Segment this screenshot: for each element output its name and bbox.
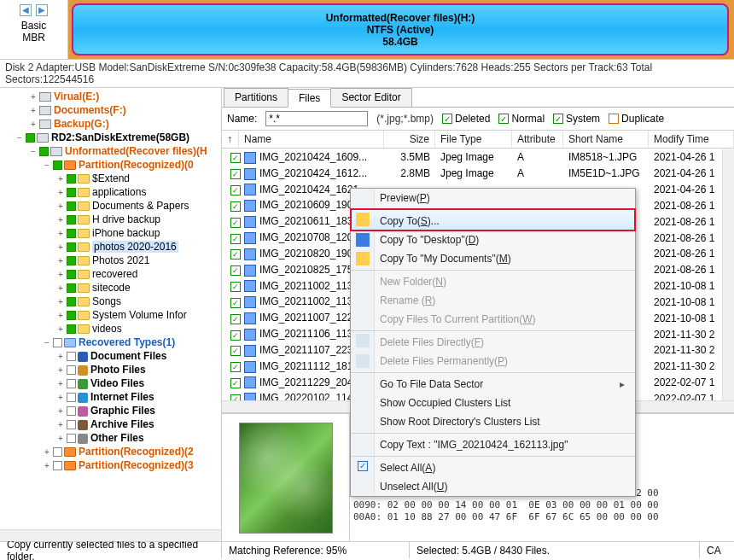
expand-icon[interactable]: + xyxy=(56,352,65,361)
expand-icon[interactable]: + xyxy=(56,393,65,402)
col-attribute[interactable]: Attribute xyxy=(512,131,563,148)
tree-item[interactable]: +System Volume Infor xyxy=(0,308,221,322)
checkbox-icon[interactable] xyxy=(67,201,76,211)
filter-name-input[interactable] xyxy=(265,111,368,126)
col-modify-time[interactable]: Modify Time xyxy=(649,131,734,148)
filter-normal[interactable]: ✓Normal xyxy=(498,113,545,125)
checkbox-icon[interactable] xyxy=(67,174,76,184)
volume-bar[interactable]: Unformatted(Recover files)(H:) NTFS (Act… xyxy=(72,3,729,55)
expand-icon[interactable]: + xyxy=(56,379,65,388)
checkbox-icon[interactable] xyxy=(53,160,62,170)
expand-icon[interactable]: + xyxy=(56,365,65,375)
checkbox-icon[interactable] xyxy=(67,215,76,225)
tree-item[interactable]: −Recovered Types(1) xyxy=(0,335,221,349)
ctx-show-occupied-clusters[interactable]: Show Occupied Clusters List xyxy=(351,394,635,412)
expand-icon[interactable]: + xyxy=(29,92,38,102)
ctx-unselect-all[interactable]: Unselect All(U) xyxy=(351,477,635,496)
tree-item[interactable]: +Video Files xyxy=(0,376,221,390)
expand-icon[interactable]: + xyxy=(56,297,65,306)
tree-hscrollbar[interactable] xyxy=(0,529,221,541)
ctx-go-file-data-sector[interactable]: Go To File Data Sector▸ xyxy=(351,372,635,394)
checkbox-icon[interactable] xyxy=(39,147,49,156)
tree-item[interactable]: +photos 2020-2016 xyxy=(0,240,221,254)
tree-item[interactable]: +Songs xyxy=(0,295,221,308)
tree-item[interactable]: +Archive Files xyxy=(0,417,221,431)
expand-icon[interactable]: + xyxy=(43,447,51,457)
tree-item[interactable]: +Internet Files xyxy=(0,390,221,404)
expand-icon[interactable]: + xyxy=(56,406,65,416)
tree-item[interactable]: +recovered xyxy=(0,267,221,281)
expand-icon[interactable]: + xyxy=(56,270,65,279)
tree-item[interactable]: −RD2:SanDiskExtreme(58GB) xyxy=(0,131,221,144)
expand-icon[interactable]: + xyxy=(56,256,65,265)
expand-icon[interactable]: + xyxy=(29,120,38,129)
checkbox-icon[interactable] xyxy=(67,365,76,375)
tree-item[interactable]: +H drive backup xyxy=(0,213,221,226)
col-short-name[interactable]: Short Name xyxy=(563,131,649,148)
nav-forward-icon[interactable]: ▶ xyxy=(36,4,48,16)
col-type[interactable]: File Type xyxy=(435,131,512,148)
tab-sector-editor[interactable]: Sector Editor xyxy=(330,88,411,107)
expand-icon[interactable]: + xyxy=(56,188,65,197)
checkbox-icon[interactable] xyxy=(67,270,76,279)
checkbox-icon[interactable] xyxy=(67,229,76,238)
checkbox-icon[interactable] xyxy=(67,283,76,293)
ctx-preview[interactable]: Preview(P) xyxy=(351,189,635,207)
ctx-show-root-clusters[interactable]: Show Root Directory's Clusters List xyxy=(351,412,635,431)
tree-item[interactable]: −Unformatted(Recover files)(H xyxy=(0,144,221,158)
col-name[interactable]: Name xyxy=(239,131,384,148)
tree-item[interactable]: +Photos 2021 xyxy=(0,254,221,267)
checkbox-icon[interactable] xyxy=(67,352,76,361)
expand-icon[interactable]: − xyxy=(43,160,51,170)
checkbox-icon[interactable] xyxy=(67,188,76,197)
ctx-copy-text[interactable]: Copy Text : "IMG_20210424_162113.jpg" xyxy=(351,433,635,454)
tree-item[interactable]: +Documents & Papers xyxy=(0,199,221,213)
tree-item[interactable]: +Documents(F:) xyxy=(0,103,221,117)
table-row[interactable]: ✓IMG_20210424_1609...3.5MBJpeg ImageAIM8… xyxy=(222,149,734,166)
tree-item[interactable]: +Virual(E:) xyxy=(0,90,221,103)
checkbox-icon[interactable] xyxy=(67,311,76,320)
checkbox-icon[interactable] xyxy=(53,447,62,457)
expand-icon[interactable]: − xyxy=(29,147,38,156)
expand-icon[interactable]: + xyxy=(56,420,65,429)
tab-partitions[interactable]: Partitions xyxy=(224,88,288,107)
tree-item[interactable]: +Partition(Recognized)(2 xyxy=(0,445,221,458)
tree-item[interactable]: +applications xyxy=(0,185,221,199)
tree-item[interactable]: +Document Files xyxy=(0,349,221,363)
ctx-select-all[interactable]: ✓Select All(A) xyxy=(351,456,635,477)
checkbox-icon[interactable] xyxy=(67,406,76,416)
tree-item[interactable]: +Partition(Recognized)(3 xyxy=(0,458,221,472)
expand-icon[interactable]: + xyxy=(56,283,65,293)
expand-icon[interactable]: + xyxy=(43,461,51,470)
expand-icon[interactable]: − xyxy=(43,338,51,347)
tab-files[interactable]: Files xyxy=(288,89,331,108)
checkbox-icon[interactable] xyxy=(67,256,76,265)
filter-duplicate[interactable]: Duplicate xyxy=(609,113,664,125)
tree-item[interactable]: +iPhone backup xyxy=(0,226,221,240)
checkbox-icon[interactable] xyxy=(67,379,76,388)
tree-item[interactable]: +Other Files xyxy=(0,431,221,445)
tree-item[interactable]: +Photo Files xyxy=(0,363,221,376)
expand-icon[interactable]: − xyxy=(15,133,24,143)
expand-icon[interactable]: + xyxy=(56,229,65,238)
grid-vscrollbar[interactable] xyxy=(722,149,734,400)
expand-icon[interactable]: + xyxy=(56,215,65,225)
table-row[interactable]: ✓IMG_20210424_1612...2.8MBJpeg ImageAIM5… xyxy=(222,166,734,182)
nav-back-icon[interactable]: ◀ xyxy=(20,4,32,16)
checkbox-icon[interactable] xyxy=(67,297,76,306)
ctx-copy-to-documents[interactable]: Copy To "My Documents"(M) xyxy=(351,249,635,268)
checkbox-icon[interactable] xyxy=(26,133,35,143)
checkbox-icon[interactable] xyxy=(67,420,76,429)
checkbox-icon[interactable] xyxy=(67,324,76,334)
tree-item[interactable]: +$Extend xyxy=(0,172,221,185)
tree-item[interactable]: +Graphic Files xyxy=(0,404,221,417)
tree-item[interactable]: +sitecode xyxy=(0,281,221,295)
tree-item[interactable]: −Partition(Recognized)(0 xyxy=(0,158,221,172)
expand-icon[interactable]: + xyxy=(56,434,65,443)
checkbox-icon[interactable] xyxy=(67,434,76,443)
checkbox-icon[interactable] xyxy=(67,393,76,402)
col-size[interactable]: Size xyxy=(384,131,435,148)
expand-icon[interactable]: + xyxy=(56,311,65,320)
expand-icon[interactable]: + xyxy=(56,174,65,184)
checkbox-icon[interactable] xyxy=(67,242,76,252)
